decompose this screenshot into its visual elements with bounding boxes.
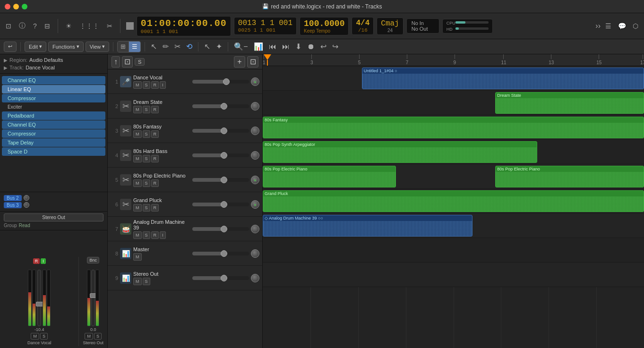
region-expand-icon[interactable]: ▶ — [4, 58, 8, 63]
back-arrow-button[interactable]: ↑ — [112, 56, 120, 68]
region-80s-synth[interactable]: 80s Pop Synth Arpeggiator — [263, 141, 537, 163]
edit-tool-pointer[interactable]: ↖ — [149, 41, 159, 52]
waveform-button[interactable]: 📊 — [252, 41, 265, 52]
plugin-channel-eq-1[interactable]: Channel EQ — [2, 76, 105, 85]
plugin-compressor-2[interactable]: Compressor — [2, 129, 105, 138]
track-volume-fader[interactable] — [192, 129, 249, 133]
mute-btn[interactable]: M — [133, 204, 142, 212]
region-80s-fantasy[interactable]: 80s Fantasy — [263, 117, 644, 138]
list-view-button[interactable]: ☰ — [129, 42, 140, 52]
record-btn[interactable]: R — [151, 130, 159, 138]
stereo-out-button[interactable]: Stereo Out — [4, 213, 103, 221]
solo-btn[interactable]: S — [143, 130, 150, 138]
input-monitor-button[interactable]: I — [41, 258, 46, 264]
record-btn[interactable]: R — [151, 81, 159, 89]
plugin-space-d[interactable]: Space D — [2, 147, 105, 156]
playhead-marker[interactable] — [263, 54, 272, 66]
mute-btn[interactable]: M — [133, 231, 142, 239]
edit-tool-pencil[interactable]: ✏ — [161, 41, 171, 52]
plugin-exciter[interactable]: Exciter — [2, 103, 105, 111]
timecode-display[interactable]: 01:00:00:00.00 0001 1 1 001 — [137, 16, 231, 36]
metronome-icon[interactable]: ☀ — [64, 21, 74, 31]
solo-btn[interactable]: S — [143, 204, 150, 212]
io-display[interactable]: No In No Out — [406, 18, 439, 34]
region-drum-machine[interactable]: ◇ Analog Drum Machine 39 ○○ — [263, 215, 472, 237]
track-pan-knob[interactable] — [251, 274, 259, 282]
solo-btn[interactable]: S — [143, 81, 150, 89]
key-display[interactable]: Cmaj 24 — [377, 17, 403, 35]
time-signature-display[interactable]: 4/4 /16 — [352, 17, 374, 35]
record-button[interactable]: ⏺ — [305, 42, 317, 52]
plugin-channel-eq-2[interactable]: Channel EQ — [2, 120, 105, 129]
input-btn[interactable]: I — [160, 231, 166, 239]
solo-btn[interactable]: S — [143, 106, 150, 113]
track-value[interactable]: Dance Vocal — [26, 65, 55, 70]
mute-btn[interactable]: M — [133, 155, 142, 162]
back-button[interactable]: ↩ — [4, 42, 17, 52]
solo-btn[interactable]: S — [143, 179, 150, 187]
loop-button[interactable]: ↩ — [318, 41, 328, 52]
multi-tool[interactable]: ✦ — [214, 41, 224, 52]
plugin-linear-eq[interactable]: Linear EQ — [2, 85, 105, 93]
track-volume-fader[interactable] — [192, 153, 249, 157]
track-pan-knob[interactable] — [251, 176, 259, 184]
track-pan-knob[interactable] — [251, 200, 259, 209]
zoom-out-button[interactable]: 🔍− — [232, 41, 249, 52]
plugin-tape-delay[interactable]: Tape Delay — [2, 138, 105, 147]
solo-button-main[interactable]: S — [40, 333, 48, 340]
solo-btn[interactable]: S — [143, 231, 150, 239]
bnc-button[interactable]: Bnc — [87, 257, 99, 263]
stop-button[interactable] — [126, 22, 134, 30]
region-electric-piano-1[interactable]: 80s Pop Electric Piano — [263, 166, 396, 187]
record-enable-button[interactable]: R — [33, 258, 40, 264]
track-pan-knob[interactable] — [251, 102, 259, 110]
minimize-button[interactable] — [13, 4, 19, 9]
bus2-button[interactable]: Bus 2 — [4, 195, 22, 201]
tempo-display[interactable]: 100.0000 Keep Tempo — [300, 17, 349, 35]
mute-btn[interactable]: M — [133, 253, 142, 261]
fullscreen-button[interactable] — [22, 4, 27, 9]
loop-right-button[interactable]: ↪ — [330, 41, 340, 52]
library-icon[interactable]: ⊡ — [4, 21, 13, 31]
record-btn[interactable]: R — [151, 231, 159, 239]
edit-menu-button[interactable]: Edit ▾ — [25, 42, 46, 52]
info-icon[interactable]: ⓘ — [17, 21, 27, 31]
beats-display[interactable]: 0013 1 1 001 0025 1 1 001 — [234, 17, 297, 35]
aux-fader[interactable] — [91, 270, 95, 326]
track-pan-knob[interactable] — [251, 249, 259, 258]
help-icon[interactable]: ? — [31, 21, 39, 31]
track-volume-fader[interactable] — [192, 227, 249, 231]
fwd-skip-button[interactable]: ⏭ — [280, 42, 292, 52]
chat-icon[interactable]: 💬 — [616, 21, 628, 31]
solo-btn[interactable]: S — [143, 278, 150, 285]
mute-btn[interactable]: M — [133, 81, 142, 89]
mixer-icon[interactable]: ⊟ — [43, 21, 52, 31]
plugin-compressor-1[interactable]: Compressor — [2, 94, 105, 102]
expand-icon[interactable]: ›› — [595, 22, 601, 30]
mute-btn[interactable]: M — [133, 179, 142, 187]
region-untitled[interactable]: Untitled 1_1#04 ○ — [362, 68, 644, 89]
region-value[interactable]: Audio Defaults — [29, 57, 63, 63]
mute-btn[interactable]: M — [133, 278, 142, 285]
record-btn[interactable]: R — [151, 106, 159, 113]
solo-btn[interactable]: S — [143, 155, 150, 162]
bus3-knob[interactable] — [24, 202, 29, 208]
bus2-knob[interactable] — [24, 195, 29, 201]
track-expand-icon[interactable]: ▶ — [4, 65, 8, 70]
list-icon[interactable]: ☰ — [603, 21, 613, 31]
track-pan-knob[interactable] — [251, 151, 259, 160]
region-grand-pluck[interactable]: Grand Pluck — [263, 190, 644, 212]
back-skip-button[interactable]: ⏮ — [267, 42, 278, 52]
solo-button-right[interactable]: S — [94, 333, 102, 340]
bus3-button[interactable]: Bus 3 — [4, 202, 22, 208]
mute-button-main[interactable]: M — [31, 333, 39, 340]
read-button[interactable]: Read — [19, 223, 30, 228]
record-btn[interactable]: R — [151, 204, 159, 212]
add-track-button[interactable]: + — [234, 56, 245, 68]
plugin-pedalboard[interactable]: Pedalboard — [2, 111, 105, 120]
track-volume-fader[interactable] — [192, 276, 249, 280]
functions-menu-button[interactable]: Functions ▾ — [48, 42, 84, 52]
mute-btn[interactable]: M — [133, 106, 142, 113]
volume-fader[interactable] — [37, 270, 41, 326]
record-btn[interactable]: R — [151, 155, 159, 162]
